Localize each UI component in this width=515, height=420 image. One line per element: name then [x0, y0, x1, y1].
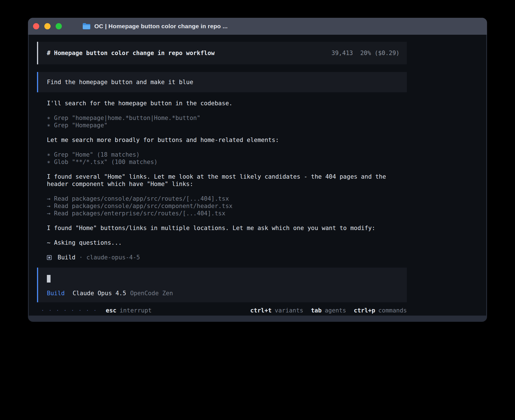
assistant-message: I found "Home" buttons/links in multiple… [47, 224, 407, 232]
assistant-text: Let me search more broadly for buttons a… [47, 136, 407, 144]
text-cursor [47, 275, 51, 283]
window-title: OC | Homepage button color change in rep… [94, 23, 228, 30]
input-model-label[interactable]: Claude Opus 4.5 [73, 290, 126, 297]
ctrl-p-key-label: ctrl+p [354, 307, 375, 314]
esc-key-label: esc [106, 307, 117, 314]
agents-label: agents [325, 307, 346, 314]
terminal-content: # Homepage button color change in repo w… [29, 35, 486, 316]
tool-call-read: → Read packages/console/app/src/routes/[… [47, 195, 407, 202]
title-group: OC | Homepage button color change in rep… [82, 23, 228, 30]
minimize-button[interactable] [44, 23, 51, 29]
agent-status-line: Build · claude-opus-4-5 [37, 254, 407, 261]
agent-icon [47, 255, 52, 260]
user-message: Find the homepage button and make it blu… [37, 72, 407, 92]
assistant-text: header component which have "Home" links… [47, 180, 407, 188]
context-usage: 20% ($0.29) [360, 50, 400, 56]
assistant-text: I'll search for the homepage button in t… [47, 100, 407, 107]
commands-label: commands [378, 307, 407, 314]
terminal-window: OC | Homepage button color change in rep… [28, 18, 487, 322]
hint-commands: ctrl+p commands [354, 307, 407, 314]
tab-key-label: tab [311, 307, 322, 314]
tool-call-group: ∗ Grep "homepage|home.*button|Home.*butt… [47, 114, 407, 129]
activity-status-text: ~ Asking questions... [47, 239, 407, 246]
statusbar-right: ctrl+t variants tab agents ctrl+p comman… [250, 307, 407, 314]
prompt-input[interactable]: Build Claude Opus 4.5 OpenCode Zen [37, 268, 407, 302]
separator-dot-icon: · [79, 254, 83, 261]
interrupt-label: interrupt [119, 307, 152, 314]
tool-call-grep: ∗ Grep "homepage|home.*button|Home.*butt… [47, 114, 407, 122]
ctrl-t-key-label: ctrl+t [250, 307, 272, 314]
hint-interrupt: esc interrupt [106, 307, 152, 314]
assistant-text: I found "Home" buttons/links in multiple… [47, 224, 407, 232]
titlebar[interactable]: OC | Homepage button color change in rep… [28, 18, 487, 35]
agent-mode-label: Build [58, 254, 75, 261]
tool-call-read: → Read packages/enterprise/src/routes/[.… [47, 210, 407, 217]
activity-status: ~ Asking questions... [47, 239, 407, 246]
conversation-transcript: I'll search for the homepage button in t… [37, 100, 407, 246]
tool-call-read: → Read packages/console/app/src/componen… [47, 202, 407, 210]
session-stats: 39,413 20% ($0.29) [331, 50, 400, 56]
token-count: 39,413 [331, 50, 353, 56]
assistant-text: I found several "Home" links. Let me loo… [47, 173, 407, 180]
input-status-line: Build Claude Opus 4.5 OpenCode Zen [47, 290, 398, 297]
assistant-message: I found several "Home" links. Let me loo… [47, 173, 407, 188]
session-title: # Homepage button color change in repo w… [47, 50, 215, 56]
tool-call-glob: ∗ Glob "**/*.tsx" (100 matches) [47, 158, 407, 166]
agent-model-label: claude-opus-4-5 [86, 254, 140, 261]
tool-call-grep: ∗ Grep "Home" (18 matches) [47, 151, 407, 158]
user-message-text: Find the homepage button and make it blu… [47, 79, 193, 86]
session-header: # Homepage button color change in repo w… [37, 42, 407, 64]
window-controls [33, 23, 62, 29]
hint-variants: ctrl+t variants [250, 307, 303, 314]
tool-call-group: → Read packages/console/app/src/routes/[… [47, 195, 407, 217]
folder-icon [82, 23, 91, 30]
statusbar-left: · · · · · · · · esc interrupt [41, 307, 152, 314]
statusbar: · · · · · · · · esc interrupt ctrl+t var… [37, 307, 407, 314]
tool-call-group: ∗ Grep "Home" (18 matches) ∗ Glob "**/*.… [47, 151, 407, 166]
hint-agents: tab agents [311, 307, 346, 314]
close-button[interactable] [33, 23, 39, 29]
input-provider-label: OpenCode Zen [130, 290, 173, 297]
assistant-message: I'll search for the homepage button in t… [47, 100, 407, 107]
assistant-message: Let me search more broadly for buttons a… [47, 136, 407, 144]
zoom-button[interactable] [56, 23, 62, 29]
tool-call-grep: ∗ Grep "Homepage" [47, 122, 407, 129]
progress-spinner: · · · · · · · · [41, 307, 97, 314]
desktop-background: OC | Homepage button color change in rep… [0, 0, 515, 420]
input-mode-label[interactable]: Build [47, 290, 65, 297]
variants-label: variants [275, 307, 303, 314]
